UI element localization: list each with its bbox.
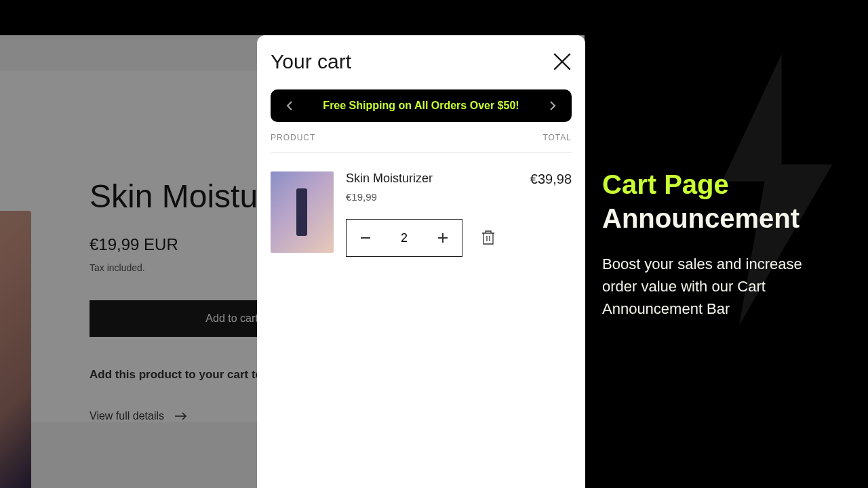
promo-section: Cart Page Announcement Boost your sales … [602, 167, 833, 320]
quantity-decrease-button[interactable] [347, 220, 384, 256]
promo-description: Boost your sales and increase order valu… [602, 253, 833, 320]
chevron-right-icon[interactable] [546, 99, 559, 113]
announcement-bar: Free Shipping on All Orders Over $50! [271, 89, 572, 122]
plus-icon [438, 233, 448, 243]
header-product: PRODUCT [271, 133, 315, 142]
cart-item-image[interactable] [271, 171, 334, 253]
svg-rect-2 [438, 237, 448, 239]
cart-table-header: PRODUCT TOTAL [271, 133, 572, 152]
cart-item-name[interactable]: Skin Moisturizer [346, 171, 512, 186]
promo-title-rest: Announcement [602, 201, 833, 235]
header-total: TOTAL [542, 133, 572, 142]
cart-item-price: €19,99 [346, 191, 512, 203]
trash-icon[interactable] [481, 230, 495, 245]
chevron-left-icon[interactable] [283, 99, 296, 113]
cart-drawer: Your cart Free Shipping on All Orders Ov… [257, 35, 585, 488]
minus-icon [361, 237, 370, 239]
quantity-increase-button[interactable] [424, 220, 462, 256]
svg-rect-0 [361, 237, 370, 239]
cart-item: Skin Moisturizer €19,99 2 €39,98 [271, 171, 572, 257]
cart-item-total: €39,98 [524, 171, 572, 257]
cart-title: Your cart [271, 50, 351, 73]
announcement-text: Free Shipping on All Orders Over $50! [296, 100, 546, 112]
close-icon[interactable] [553, 52, 572, 71]
quantity-stepper: 2 [346, 219, 462, 257]
promo-title-highlight: Cart Page [602, 167, 833, 201]
quantity-value: 2 [384, 231, 424, 245]
